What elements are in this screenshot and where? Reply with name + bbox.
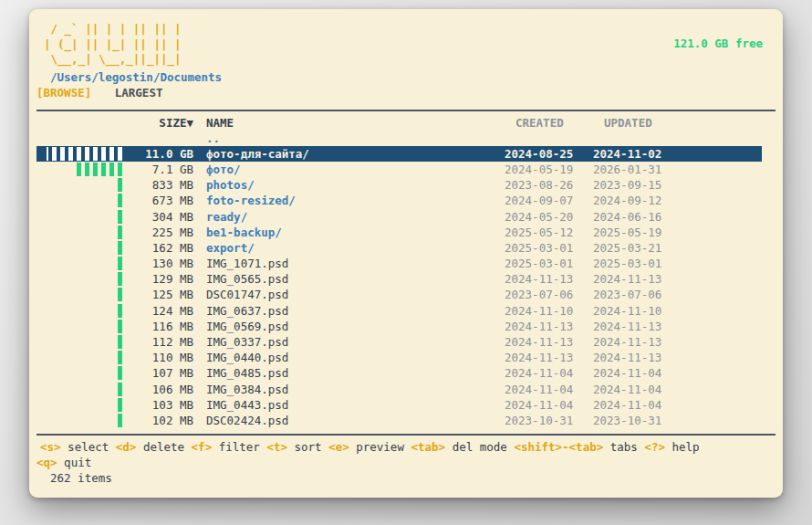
row-size: 11.0 GB [124, 147, 193, 161]
size-bar [36, 272, 124, 286]
row-updated: 2024-11-02 [593, 147, 688, 161]
row-name: IMG_0443.psd [193, 398, 505, 412]
table-row[interactable]: 125 MB DSC01747.psd 2023-07-06 2023-07-0… [36, 287, 762, 302]
hint-label: filter [212, 440, 260, 454]
parent-dir-label: .. [193, 131, 505, 145]
table-row[interactable]: 11.0 GB фото-для-сайта/ 2024-08-25 2024-… [36, 146, 762, 162]
tab-largest[interactable]: LARGEST [115, 86, 163, 100]
row-updated: 2024-11-04 [593, 366, 688, 380]
table-row[interactable]: 673 MB foto-resized/ 2024-09-07 2024-09-… [36, 193, 762, 208]
hint-label: select [61, 440, 109, 454]
column-header-name[interactable]: NAME [193, 116, 505, 130]
row-name: IMG_0337.psd [193, 335, 505, 349]
table-row[interactable]: 124 MB IMG_0637.psd 2024-11-10 2024-11-1… [36, 303, 762, 319]
table-row[interactable]: 130 MB IMG_1071.psd 2025-03-01 2025-03-0… [36, 256, 762, 271]
table-row[interactable]: 110 MB IMG_0440.psd 2024-11-13 2024-11-1… [36, 350, 762, 365]
row-updated: 2024-06-16 [593, 210, 688, 224]
size-bar [36, 288, 124, 301]
tab-bar: [BROWSE] LARGEST [36, 85, 783, 100]
row-size: 833 MB [124, 178, 193, 192]
size-bar [36, 147, 124, 161]
footer-separator [36, 434, 776, 436]
row-created: 2024-08-25 [505, 147, 593, 161]
table-row[interactable]: 7.1 GB фото/ 2024-05-19 2026-01-31 [36, 162, 762, 177]
row-updated: 2024-11-13 [593, 272, 688, 286]
row-name: IMG_0440.psd [193, 351, 505, 364]
size-bar [36, 366, 124, 380]
row-name: IMG_0565.psd [193, 272, 505, 286]
header-separator [36, 110, 776, 111]
row-created: 2024-05-20 [505, 210, 593, 224]
row-updated: 2024-11-13 [593, 351, 688, 364]
size-bar [36, 226, 124, 239]
row-name: foto-resized/ [193, 194, 505, 207]
app-logo-ascii: / _` || | | || || | | (_| || |_| || || |… [44, 22, 783, 68]
table-row[interactable]: 107 MB IMG_0485.psd 2024-11-04 2024-11-0… [36, 365, 762, 381]
row-created: 2024-11-13 [505, 320, 593, 333]
row-created: 2024-11-13 [505, 351, 593, 364]
table-row[interactable]: 833 MB photos/ 2023-08-26 2023-09-15 [36, 177, 762, 193]
row-name: фото/ [193, 163, 505, 176]
table-row[interactable]: 129 MB IMG_0565.psd 2024-11-13 2024-11-1… [36, 271, 762, 287]
row-size: 130 MB [124, 257, 193, 270]
row-name: photos/ [193, 178, 505, 192]
hint-key: <f> [192, 440, 213, 454]
row-updated: 2024-11-13 [593, 335, 688, 349]
row-size: 110 MB [124, 351, 193, 364]
row-size: 124 MB [124, 304, 193, 318]
table-row[interactable]: 112 MB IMG_0337.psd 2024-11-13 2024-11-1… [36, 334, 762, 350]
row-size: 107 MB [124, 366, 193, 380]
hint-key: <e> [328, 440, 349, 454]
row-size: 102 MB [124, 414, 193, 427]
table-row[interactable]: 225 MB be1-backup/ 2025-05-12 2025-05-19 [36, 225, 762, 240]
table-row[interactable]: 106 MB IMG_0384.psd 2024-11-04 2024-11-0… [36, 382, 762, 397]
column-header-size[interactable]: SIZE▼ [124, 116, 193, 130]
row-created: 2024-11-04 [505, 383, 593, 396]
hint-key: <s> [40, 440, 61, 454]
row-size: 7.1 GB [124, 163, 193, 176]
column-header-created[interactable]: CREATED [505, 116, 593, 130]
row-updated: 2026-01-31 [593, 163, 688, 176]
table-row[interactable]: 116 MB IMG_0569.psd 2024-11-13 2024-11-1… [36, 319, 762, 334]
size-bar [36, 320, 124, 333]
size-bar [36, 414, 124, 427]
column-header-bar [36, 116, 124, 130]
row-name: IMG_1071.psd [193, 257, 505, 270]
row-size: 129 MB [124, 272, 193, 286]
hint-label: delete [136, 440, 184, 454]
table-row[interactable]: 162 MB export/ 2025-03-01 2025-03-21 [36, 240, 762, 256]
row-size: 112 MB [124, 335, 193, 349]
row-size: 125 MB [124, 288, 193, 301]
row-created: 2024-11-10 [505, 304, 593, 318]
row-created: 2023-07-06 [505, 288, 593, 301]
row-size: 106 MB [124, 383, 193, 396]
table-row[interactable]: 103 MB IMG_0443.psd 2024-11-04 2024-11-0… [36, 397, 762, 413]
row-size: 225 MB [124, 226, 193, 239]
row-updated: 2025-03-21 [593, 241, 688, 255]
row-size: 304 MB [124, 210, 193, 224]
hint-key: <t> [266, 440, 287, 454]
size-bar [36, 210, 124, 224]
row-created: 2024-11-13 [505, 335, 593, 349]
row-created: 2023-10-31 [505, 414, 593, 427]
row-size: 162 MB [124, 241, 193, 255]
row-created: 2025-05-12 [505, 226, 593, 239]
table-row[interactable]: 304 MB ready/ 2024-05-20 2024-06-16 [36, 208, 762, 224]
parent-dir-row[interactable]: .. [36, 131, 762, 146]
row-created: 2023-08-26 [505, 178, 593, 192]
app-window: / _` || | | || || | | (_| || |_| || || |… [29, 9, 783, 498]
row-updated: 2024-11-10 [593, 304, 688, 318]
hint-label: tabs [603, 440, 638, 454]
row-created: 2024-11-04 [505, 398, 593, 412]
size-bar [36, 351, 124, 364]
tab-browse[interactable]: [BROWSE] [36, 86, 91, 100]
size-bar [36, 163, 124, 176]
column-header-updated[interactable]: UPDATED [593, 116, 688, 130]
hint-label: preview [349, 440, 404, 454]
size-bar [36, 304, 124, 318]
table-row[interactable]: 102 MB DSC02424.psd 2023-10-31 2023-10-3… [36, 413, 762, 428]
row-updated: 2023-10-31 [593, 414, 688, 427]
hint-label: sort [287, 440, 322, 454]
size-bar [36, 241, 124, 255]
size-bar [36, 398, 124, 412]
